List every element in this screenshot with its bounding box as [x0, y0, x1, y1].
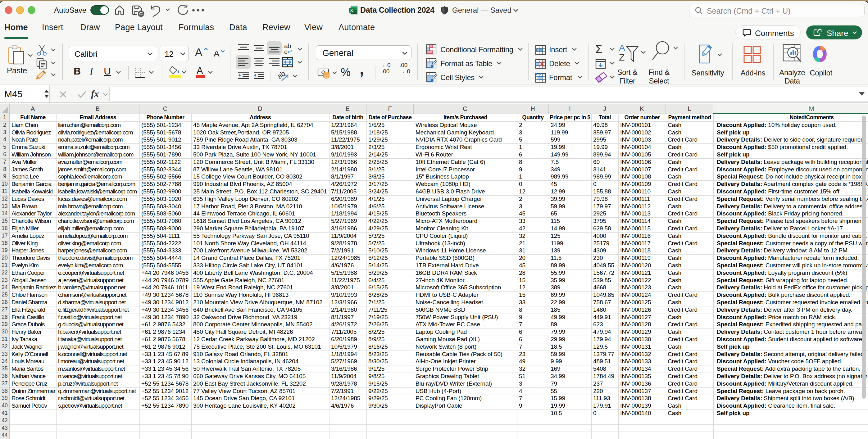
- svg-text:X: X: [350, 8, 353, 13]
